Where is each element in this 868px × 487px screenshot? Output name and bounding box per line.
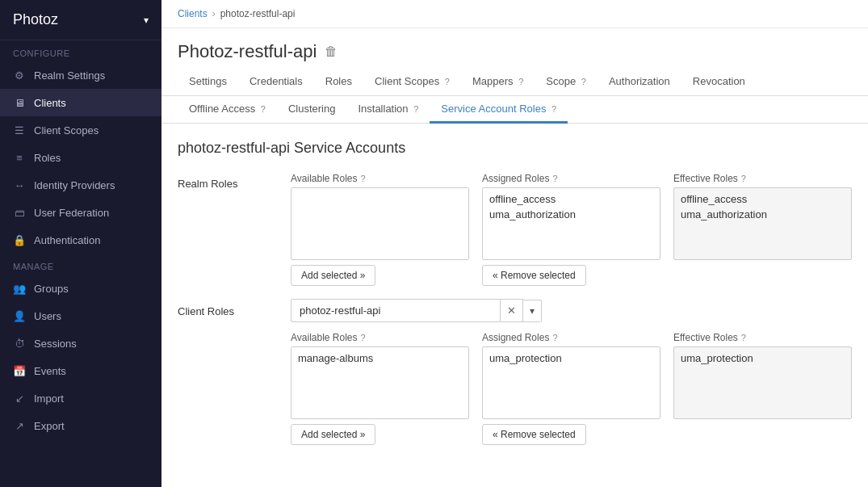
- events-icon: 📅: [13, 364, 26, 377]
- tab-settings-label: Settings: [189, 75, 227, 87]
- realm-add-selected-button[interactable]: Add selected »: [291, 265, 375, 286]
- sidebar-item-authentication[interactable]: 🔒 Authentication: [0, 226, 161, 254]
- app-logo[interactable]: Photoz ▾: [0, 0, 161, 40]
- client-roles-select-row: Client Roles ✕ ▾: [178, 299, 852, 322]
- realm-roles-row: Realm Roles Available Roles ? Add select…: [178, 173, 852, 286]
- tab-offline-access-label: Offline Access: [189, 103, 255, 115]
- list-item: uma_authorization: [677, 207, 848, 222]
- tab-roles[interactable]: Roles: [314, 69, 363, 96]
- sidebar-item-clients[interactable]: 🖥 Clients: [0, 89, 161, 116]
- tab-scope-label: Scope: [546, 75, 576, 87]
- breadcrumb-parent-link[interactable]: Clients: [178, 8, 208, 19]
- import-icon: ↙: [13, 392, 26, 405]
- client-roles-input[interactable]: [291, 299, 501, 322]
- tab-scope[interactable]: Scope ?: [535, 69, 598, 96]
- realm-available-roles-label: Available Roles: [291, 173, 358, 184]
- sidebar-item-label: User Federation: [34, 207, 109, 219]
- client-assigned-roles-header: Assigned Roles ?: [482, 332, 660, 343]
- client-effective-roles-header: Effective Roles ?: [673, 332, 852, 343]
- sidebar-item-label: Events: [34, 365, 66, 377]
- sidebar-item-label: Roles: [34, 152, 61, 164]
- tab-settings[interactable]: Settings: [178, 69, 238, 96]
- realm-available-roles-listbox[interactable]: [291, 187, 469, 260]
- client-roles-dropdown-button[interactable]: ▾: [523, 300, 542, 322]
- sidebar-item-groups[interactable]: 👥 Groups: [0, 275, 161, 302]
- client-remove-selected-button[interactable]: « Remove selected: [482, 424, 586, 445]
- client-assigned-roles-listbox[interactable]: uma_protection: [482, 346, 660, 419]
- client-add-selected-button[interactable]: Add selected »: [291, 424, 375, 445]
- sidebar: Photoz ▾ Configure ⚙ Realm Settings 🖥 Cl…: [0, 0, 161, 487]
- tab-authorization-label: Authorization: [609, 75, 670, 87]
- sidebar-item-label: Users: [34, 310, 61, 322]
- tab-installation[interactable]: Installation ?: [346, 96, 430, 124]
- realm-remove-selected-button[interactable]: « Remove selected: [482, 265, 586, 286]
- sidebar-item-events[interactable]: 📅 Events: [0, 357, 161, 384]
- delete-icon[interactable]: 🗑: [325, 44, 338, 59]
- client-available-roles-listbox[interactable]: manage-albums: [291, 346, 469, 419]
- tab-client-scopes[interactable]: Client Scopes ?: [363, 69, 461, 96]
- tab-offline-access[interactable]: Offline Access ?: [178, 96, 277, 124]
- sidebar-item-label: Identity Providers: [34, 179, 115, 191]
- help-icon: ?: [413, 104, 418, 114]
- realm-settings-icon: ⚙: [13, 69, 26, 82]
- realm-assigned-roles-label: Assigned Roles: [482, 173, 549, 184]
- page-header: Photoz-restful-api 🗑: [161, 28, 868, 69]
- tab-authorization[interactable]: Authorization: [598, 69, 681, 96]
- realm-available-roles-header: Available Roles ?: [291, 173, 469, 184]
- help-icon: ?: [361, 174, 366, 183]
- groups-icon: 👥: [13, 282, 26, 295]
- client-roles-spacer: [178, 332, 291, 337]
- sidebar-item-users[interactable]: 👤 Users: [0, 302, 161, 330]
- realm-roles-label: Realm Roles: [178, 173, 291, 190]
- sidebar-item-label: Sessions: [34, 338, 77, 350]
- sidebar-item-client-scopes[interactable]: ☰ Client Scopes: [0, 116, 161, 144]
- sidebar-item-label: Realm Settings: [34, 69, 105, 82]
- chevron-down-icon: ▾: [144, 15, 149, 26]
- tab-clustering[interactable]: Clustering: [277, 96, 347, 124]
- help-icon: ?: [741, 174, 746, 183]
- help-icon: ?: [261, 104, 266, 114]
- app-name: Photoz: [13, 11, 58, 28]
- client-roles-clear-button[interactable]: ✕: [501, 299, 523, 322]
- sidebar-item-import[interactable]: ↙ Import: [0, 384, 161, 412]
- help-icon: ?: [445, 77, 450, 86]
- help-icon: ?: [552, 174, 557, 183]
- configure-section-label: Configure: [0, 40, 161, 61]
- tab-client-scopes-label: Client Scopes: [375, 75, 439, 87]
- realm-assigned-roles-listbox[interactable]: offline_access uma_authorization: [482, 187, 660, 260]
- list-item[interactable]: uma_protection: [486, 351, 656, 366]
- export-icon: ↗: [13, 419, 26, 432]
- sidebar-item-sessions[interactable]: ⏱ Sessions: [0, 330, 161, 357]
- sidebar-item-user-federation[interactable]: 🗃 User Federation: [0, 199, 161, 226]
- realm-roles-columns: Available Roles ? Add selected » Assigne…: [291, 173, 852, 286]
- sidebar-item-identity-providers[interactable]: ↔ Identity Providers: [0, 171, 161, 199]
- realm-effective-roles-col: Effective Roles ? offline_access uma_aut…: [673, 173, 852, 286]
- authentication-icon: 🔒: [13, 233, 26, 246]
- client-roles-columns: Available Roles ? manage-albums Add sele…: [291, 332, 852, 445]
- sidebar-item-label: Groups: [34, 283, 69, 295]
- sidebar-item-label: Authentication: [34, 234, 100, 246]
- breadcrumb: Clients › photoz-restful-api: [161, 0, 868, 28]
- list-item[interactable]: offline_access: [486, 191, 656, 207]
- breadcrumb-separator: ›: [212, 8, 216, 19]
- tab-revocation[interactable]: Revocation: [681, 69, 757, 96]
- sidebar-item-realm-settings[interactable]: ⚙ Realm Settings: [0, 61, 161, 89]
- client-effective-roles-label: Effective Roles: [673, 332, 738, 343]
- list-item[interactable]: uma_authorization: [486, 207, 656, 222]
- list-item: uma_protection: [677, 351, 848, 366]
- sidebar-item-roles[interactable]: ≡ Roles: [0, 144, 161, 171]
- help-icon: ?: [552, 333, 557, 342]
- realm-effective-roles-listbox: offline_access uma_authorization: [673, 187, 852, 260]
- sidebar-item-export[interactable]: ↗ Export: [0, 412, 161, 439]
- help-icon: ?: [551, 104, 556, 114]
- client-assigned-roles-label: Assigned Roles: [482, 332, 549, 343]
- tab-service-account-roles[interactable]: Service Account Roles ?: [430, 96, 568, 124]
- tab-credentials[interactable]: Credentials: [238, 69, 314, 96]
- realm-available-roles-col: Available Roles ? Add selected »: [291, 173, 469, 286]
- client-available-roles-label: Available Roles: [291, 332, 358, 343]
- tab-mappers[interactable]: Mappers ?: [461, 69, 535, 96]
- tabs-row1: Settings Credentials Roles Client Scopes…: [161, 69, 868, 96]
- list-item[interactable]: manage-albums: [295, 351, 465, 366]
- client-roles-row: Available Roles ? manage-albums Add sele…: [178, 332, 852, 445]
- sidebar-item-label: Import: [34, 393, 64, 405]
